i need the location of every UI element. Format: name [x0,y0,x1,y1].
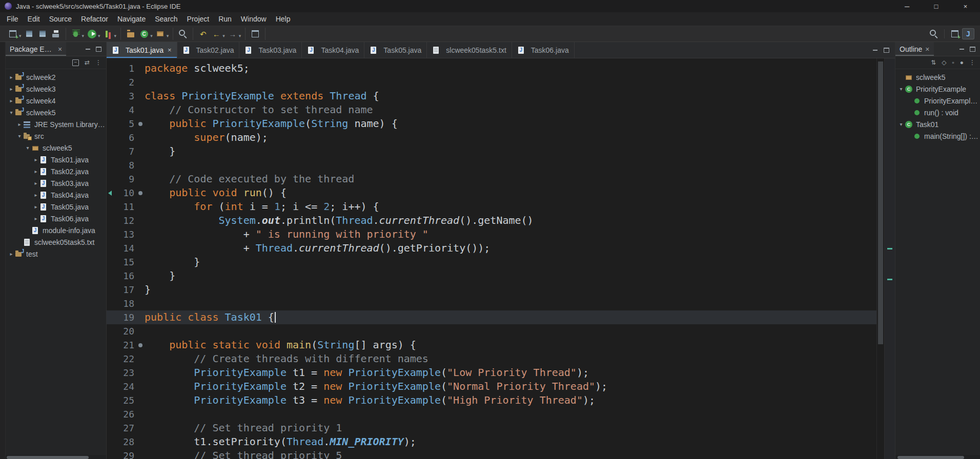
code-line-10[interactable]: 10 public void run() { [107,186,876,200]
expand-collapsed-icon[interactable]: ▸ [32,169,39,174]
editor-vscrollbar-thumb[interactable] [878,61,883,344]
print-icon[interactable] [50,28,62,39]
maximize-editor-icon[interactable] [884,48,889,53]
code-line-5[interactable]: 5 public PriorityExample(String name) { [107,117,876,131]
code-line-2[interactable]: 2 [107,75,876,89]
outline-item-priorityexample-string[interactable]: PriorityExample(String) [895,95,980,107]
java-search-icon[interactable] [177,28,189,39]
run-icon[interactable] [86,28,98,39]
editor-tab-task04-java[interactable]: JTask04.java [302,42,364,58]
minimize-button[interactable]: ─ [892,0,922,12]
code-line-15[interactable]: 15 } [107,255,876,269]
code-line-29[interactable]: 29 // Set thread priority 5 [107,449,876,459]
sort-icon[interactable]: ⇅ [931,59,936,66]
package-explorer-hscrollbar-thumb[interactable] [7,456,89,459]
expand-collapsed-icon[interactable]: ▸ [32,216,39,221]
debug-icon-dropdown[interactable]: ▾ [82,33,85,38]
view-menu-icon[interactable]: ⋮ [969,59,975,66]
explorer-item-task05-java[interactable]: ▸JTask05.java [6,201,106,213]
code-line-24[interactable]: 24 PriorityExample t2 = new PriorityExam… [107,380,876,393]
coverage-icon[interactable] [102,28,114,39]
back-icon[interactable]: ← [210,28,222,39]
explorer-item-sclweek2[interactable]: ▸Jsclweek2 [6,71,106,83]
code-line-26[interactable]: 26 [107,407,876,421]
package-explorer-hscrollbar[interactable] [6,455,106,459]
hide-non-public-icon[interactable]: ● [960,59,964,66]
expand-collapsed-icon[interactable]: ▸ [8,98,15,103]
menu-source[interactable]: Source [45,12,76,26]
run-icon-dropdown[interactable]: ▾ [98,33,100,38]
menu-edit[interactable]: Edit [23,12,45,26]
explorer-item-sclweek05task5-txt[interactable]: sclweek05task5.txt [6,236,106,248]
expand-collapsed-icon[interactable]: ▸ [32,180,39,186]
minimize-editor-icon[interactable] [873,50,877,51]
menu-refactor[interactable]: Refactor [76,12,113,26]
code-line-17[interactable]: 17} [107,283,876,297]
code-line-27[interactable]: 27 // Set thread priority 1 [107,421,876,435]
editor-tab-task03-java[interactable]: JTask03.java [239,42,302,58]
editor-vscrollbar[interactable] [876,58,884,459]
explorer-item-jre-system-library-ja[interactable]: ▸JRE System Library [Ja [6,118,106,130]
code-line-20[interactable]: 20 [107,324,876,338]
code-line-22[interactable]: 22 // Create threads with different name… [107,352,876,366]
expand-collapsed-icon[interactable]: ▸ [32,157,39,162]
hide-fields-icon[interactable]: ◇ [942,59,946,66]
menu-file[interactable]: File [2,12,23,26]
code-line-1[interactable]: 1package sclweek5; [107,61,876,75]
code-line-25[interactable]: 25 PriorityExample t3 = new PriorityExam… [107,393,876,407]
save-all-icon[interactable] [36,28,49,39]
explorer-item-sclweek3[interactable]: ▸Jsclweek3 [6,83,106,95]
collapse-all-icon[interactable]: − [72,59,79,66]
editor-window-icon[interactable] [249,28,261,39]
editor-tab-task01-java[interactable]: JTask01.java× [107,42,177,58]
debug-icon[interactable] [70,28,82,39]
expand-collapsed-icon[interactable]: ▸ [32,192,39,198]
outline-item-task01[interactable]: ▾CTask01 [895,118,980,130]
code-line-7[interactable]: 7 } [107,144,876,158]
view-menu-icon[interactable]: ⋮ [95,59,101,66]
fold-marker-icon[interactable] [138,343,142,347]
open-perspective-icon[interactable] [949,28,961,39]
close-view-icon[interactable]: × [925,45,929,53]
new-package-icon[interactable] [154,28,167,39]
outline-tab[interactable]: Outline × [895,42,934,56]
java-perspective-icon[interactable]: J [962,28,974,39]
code-line-21[interactable]: 21 public static void main(String[] args… [107,338,876,352]
explorer-item-test[interactable]: ▸Jtest [6,248,106,260]
new-java-project-icon[interactable] [125,28,137,39]
package-explorer-tab[interactable]: Package Explorer × [6,42,66,56]
last-edit-location-icon[interactable]: ↶ [197,28,209,39]
explorer-item-task03-java[interactable]: ▸JTask03.java [6,177,106,189]
code-line-28[interactable]: 28 t1.setPriority(Thread.MIN_PRIORITY); [107,435,876,449]
outline-item-run-void[interactable]: run() : void [895,107,980,118]
close-view-icon[interactable]: × [58,45,62,53]
editor-tab-slcweek05task5-txt[interactable]: slcweek05task5.txt [427,42,512,58]
expand-expanded-icon[interactable]: ▾ [24,145,31,151]
minimize-view-icon[interactable] [86,49,90,50]
code-line-9[interactable]: 9 // Code executed by the thread [107,172,876,186]
minimize-view-icon[interactable] [959,49,964,50]
close-button[interactable]: × [951,0,980,12]
expand-expanded-icon[interactable]: ▾ [8,110,15,115]
maximize-view-icon[interactable] [970,47,975,52]
outline-item-main-string-void[interactable]: main(String[]) : void [895,130,980,142]
overview-ruler[interactable] [884,58,895,459]
code-line-14[interactable]: 14 + Thread.currentThread().getPriority(… [107,241,876,255]
search-icon[interactable] [928,28,940,39]
explorer-item-sclweek4[interactable]: ▸Jsclweek4 [6,95,106,107]
new-wizard-icon-dropdown[interactable]: ▾ [19,33,22,38]
code-line-8[interactable]: 8 [107,158,876,172]
forward-icon-dropdown[interactable]: ▾ [239,33,241,38]
new-package-icon-dropdown[interactable]: ▾ [167,33,169,38]
explorer-item-task01-java[interactable]: ▸JTask01.java [6,154,106,165]
editor-tab-task06-java[interactable]: JTask06.java [512,42,575,58]
menu-help[interactable]: Help [271,12,295,26]
code-line-18[interactable]: 18 [107,297,876,310]
code-line-16[interactable]: 16 } [107,269,876,283]
new-wizard-icon[interactable] [7,28,19,39]
expand-expanded-icon[interactable]: ▾ [897,86,905,92]
back-icon-dropdown[interactable]: ▾ [222,33,225,38]
fold-marker-icon[interactable] [138,191,142,195]
close-tab-icon[interactable]: × [168,46,172,54]
maximize-button[interactable]: □ [922,0,951,12]
